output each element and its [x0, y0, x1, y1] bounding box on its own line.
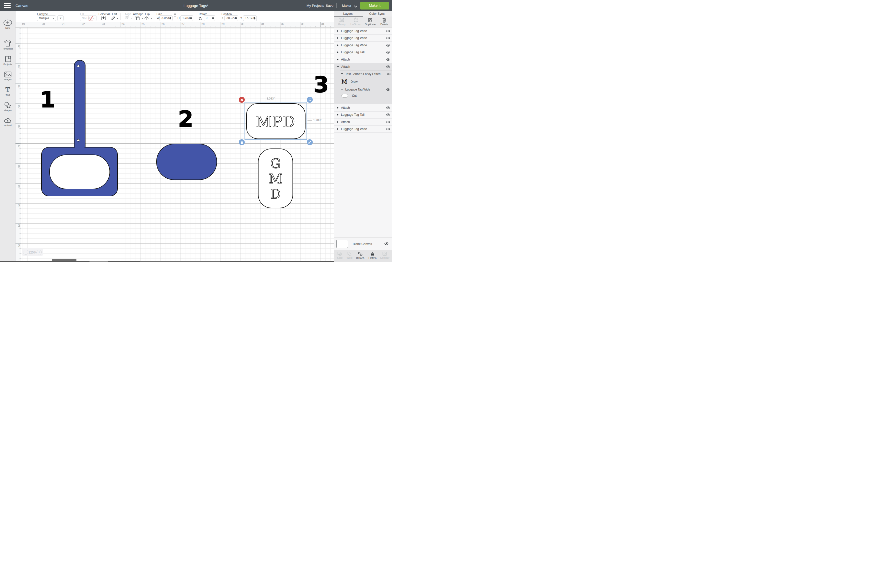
- sidebar-item-shapes[interactable]: Shapes: [0, 102, 15, 112]
- rotate-stepper[interactable]: [212, 16, 214, 20]
- tab-color-sync[interactable]: Color Sync: [369, 12, 384, 15]
- size-lock-icon[interactable]: [173, 13, 177, 17]
- visibility-eye-icon[interactable]: [386, 30, 390, 32]
- draw-operation-row[interactable]: M Draw: [334, 78, 392, 86]
- shape-join: [75, 147, 84, 149]
- height-stepper[interactable]: [190, 16, 192, 20]
- arrange-button[interactable]: [135, 16, 140, 21]
- sidebar-item-text[interactable]: T Text: [0, 87, 15, 96]
- visibility-eye-icon[interactable]: [386, 65, 390, 68]
- selection-bounding-box[interactable]: [244, 102, 307, 140]
- layer-row[interactable]: Luggage Tag Wide: [334, 42, 392, 49]
- sidebar-item-images[interactable]: Images: [0, 72, 15, 81]
- visibility-eye-icon[interactable]: [387, 73, 391, 75]
- text-layer-row[interactable]: Text - Anna's Fancy Letteri…: [334, 70, 392, 78]
- lock-handle[interactable]: [239, 139, 245, 145]
- luggage-tag-handle-shape[interactable]: [74, 60, 85, 150]
- tag-hole: [77, 139, 80, 141]
- linetype-select[interactable]: Multiple: [37, 15, 56, 21]
- cut-operation-row[interactable]: Cut: [334, 93, 392, 104]
- x-position-input[interactable]: 30.223: [225, 15, 238, 21]
- tab-layers[interactable]: Layers: [343, 12, 353, 15]
- delete-button[interactable]: Delete: [378, 18, 391, 26]
- rotate-icon[interactable]: [198, 16, 202, 21]
- sidebar-item-templates[interactable]: Templates: [0, 40, 15, 50]
- new-plus-icon: [3, 20, 12, 26]
- rotate-handle[interactable]: [307, 97, 313, 103]
- cut-color-swatch[interactable]: [342, 94, 348, 98]
- edit-button[interactable]: [111, 16, 115, 20]
- duplicate-button[interactable]: Duplicate: [364, 18, 377, 26]
- sidebar-item-upload[interactable]: Upload: [0, 117, 15, 127]
- layer-row[interactable]: Luggage Tag Wide: [334, 35, 392, 42]
- visibility-eye-icon[interactable]: [386, 88, 390, 91]
- dimension-line: [247, 99, 265, 99]
- machine-select[interactable]: Maker: [342, 4, 351, 8]
- align-label: Align: [125, 12, 131, 15]
- left-sidebar: New Templates Projects Images T Text Sha…: [0, 11, 15, 261]
- layer-row-attach-expanded[interactable]: Attach: [334, 63, 392, 70]
- zoom-out-button[interactable]: −: [23, 250, 28, 255]
- horizontal-scrollbar-thumb[interactable]: [52, 259, 76, 261]
- make-it-button[interactable]: Make It: [360, 2, 389, 9]
- shape-layer-row[interactable]: Luggage Tag Wide: [334, 86, 392, 93]
- luggage-tag-wide-shape[interactable]: [156, 144, 217, 180]
- tall-luggage-tag[interactable]: G M D: [258, 148, 293, 208]
- panel-tabs: Layers Color Sync: [334, 11, 392, 16]
- flatten-button[interactable]: Flatten: [367, 252, 378, 260]
- fill-none-swatch: [88, 16, 93, 21]
- linetype-help-button[interactable]: ?: [57, 15, 63, 21]
- tag-hole: [77, 65, 80, 67]
- layer-tools-bar: Slice Weld Detach Flatten Contour: [334, 250, 392, 262]
- size-label: Size: [156, 12, 162, 15]
- visibility-eye-icon[interactable]: [386, 120, 390, 123]
- delete-handle[interactable]: [239, 97, 245, 103]
- zoom-in-button[interactable]: +: [37, 250, 42, 255]
- layer-row[interactable]: Luggage Tag Wide: [334, 27, 392, 35]
- hamburger-menu-icon[interactable]: [4, 3, 11, 8]
- width-stepper[interactable]: [169, 16, 171, 20]
- visibility-eye-icon[interactable]: [386, 51, 390, 54]
- layer-row[interactable]: Attach: [334, 118, 392, 126]
- height-input[interactable]: 1.783: [180, 15, 193, 21]
- tall-tag-letter: M: [269, 171, 282, 186]
- y-position-input[interactable]: 15.173: [243, 15, 257, 21]
- canvas-color-swatch[interactable]: [336, 240, 348, 248]
- tshirt-icon: [4, 40, 12, 47]
- layer-row[interactable]: Luggage Tag Tall: [334, 111, 392, 119]
- linetype-label: Linetype: [37, 12, 48, 15]
- blank-canvas-row[interactable]: Blank Canvas: [334, 237, 392, 250]
- width-input[interactable]: 3.053: [159, 15, 172, 21]
- resize-handle[interactable]: [307, 139, 313, 145]
- sidebar-item-new[interactable]: New: [0, 20, 15, 29]
- visibility-eye-icon[interactable]: [386, 128, 390, 130]
- select-all-button[interactable]: [101, 16, 105, 20]
- visibility-eye-icon[interactable]: [386, 58, 390, 61]
- layer-row[interactable]: Luggage Tag Wide: [334, 126, 392, 133]
- my-projects-link[interactable]: My Projects: [306, 4, 324, 8]
- visibility-eye-icon[interactable]: [386, 37, 390, 39]
- visibility-hidden-eye-icon[interactable]: [384, 242, 389, 246]
- ruler-label: 17: [18, 144, 21, 147]
- ruler-label: 31: [261, 22, 264, 26]
- x-stepper[interactable]: [235, 16, 237, 20]
- visibility-eye-icon[interactable]: [386, 106, 390, 109]
- ruler-label: 23: [102, 22, 105, 26]
- y-stepper[interactable]: [253, 16, 256, 20]
- ruler-label: 21: [18, 224, 21, 227]
- flip-button[interactable]: [144, 16, 149, 20]
- detach-button[interactable]: Detach: [355, 252, 366, 260]
- visibility-eye-icon[interactable]: [386, 44, 390, 46]
- sidebar-item-projects[interactable]: Projects: [0, 56, 15, 66]
- rotate-input[interactable]: 0: [204, 15, 215, 21]
- visibility-eye-icon[interactable]: [386, 114, 390, 116]
- ruler-label: 25: [141, 22, 144, 26]
- layer-row[interactable]: Attach: [334, 56, 392, 63]
- zoom-control: − 125% +: [22, 248, 43, 256]
- save-link[interactable]: Save: [326, 4, 333, 8]
- ruler-label: 26: [162, 22, 165, 26]
- fill-label: Fill: [80, 12, 84, 15]
- layer-row[interactable]: Luggage Tag Tall: [334, 49, 392, 56]
- layer-row[interactable]: Attach: [334, 104, 392, 111]
- ruler-label: 18: [18, 165, 21, 168]
